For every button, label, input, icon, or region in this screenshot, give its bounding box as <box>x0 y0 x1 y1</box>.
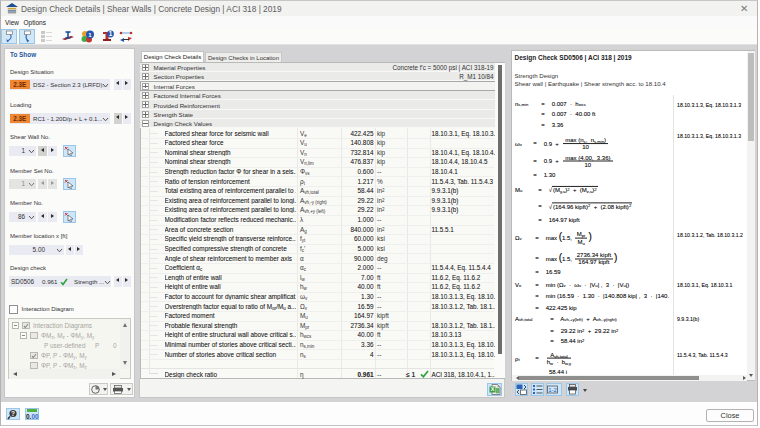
svg-text:X: X <box>490 386 494 392</box>
svg-text:?: ? <box>11 410 15 417</box>
svg-text:1-2: 1-2 <box>548 387 557 393</box>
svg-text:1: 1 <box>109 30 113 37</box>
